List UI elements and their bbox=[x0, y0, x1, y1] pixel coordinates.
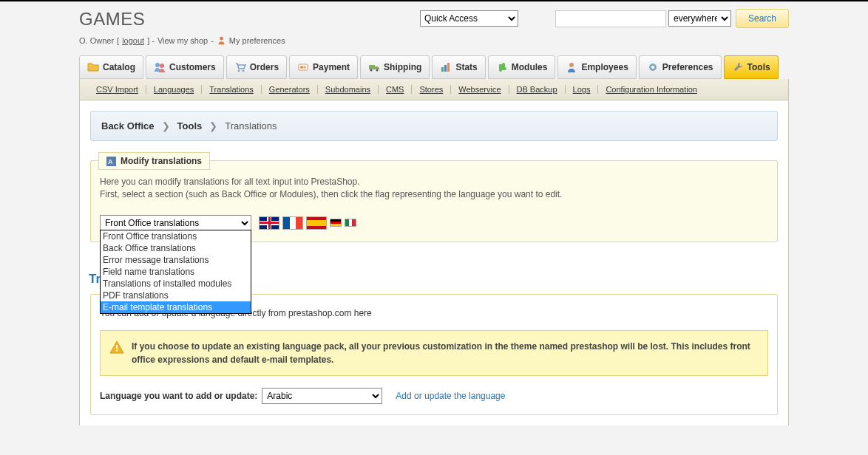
svg-point-9 bbox=[376, 69, 379, 72]
tab-catalog[interactable]: Catalog bbox=[79, 55, 143, 79]
flag-de-icon[interactable] bbox=[330, 219, 342, 227]
tab-customers[interactable]: Customers bbox=[146, 55, 224, 79]
svg-rect-10 bbox=[441, 67, 444, 72]
quick-access-select[interactable]: Quick Access bbox=[420, 10, 518, 27]
svg-point-2 bbox=[160, 64, 164, 68]
truck-icon bbox=[368, 61, 380, 73]
svg-rect-18 bbox=[116, 345, 118, 349]
dropdown-option[interactable]: E-mail template translations bbox=[101, 301, 251, 313]
modify-desc-2: First, select a section (such as Back Of… bbox=[100, 188, 768, 201]
translation-type-dropdown: Front Office translations Back Office tr… bbox=[100, 230, 251, 314]
dropdown-option[interactable]: Error message translations bbox=[101, 254, 251, 266]
flag-es-icon[interactable] bbox=[306, 216, 327, 230]
breadcrumb: Back Office ❯ Tools ❯ Translations bbox=[90, 111, 778, 141]
employee-icon bbox=[566, 61, 577, 73]
flag-fr-icon[interactable] bbox=[282, 216, 303, 230]
tab-preferences[interactable]: Preferences bbox=[639, 55, 722, 79]
dropdown-option[interactable]: Back Office translations bbox=[101, 242, 251, 254]
add-update-language-link[interactable]: Add or update the language bbox=[396, 391, 505, 401]
gear-icon bbox=[647, 61, 659, 73]
tab-shipping[interactable]: Shipping bbox=[360, 55, 430, 79]
svg-point-4 bbox=[242, 70, 244, 72]
cart-icon bbox=[234, 61, 246, 73]
dropdown-option[interactable]: PDF translations bbox=[101, 290, 251, 301]
search-input[interactable] bbox=[555, 10, 666, 27]
subnav: CSV Import Languages Translations Genera… bbox=[89, 85, 779, 94]
svg-rect-19 bbox=[116, 349, 118, 351]
svg-point-1 bbox=[155, 63, 160, 67]
warning-text: If you choose to update an existing lang… bbox=[132, 340, 759, 366]
tab-employees[interactable]: Employees bbox=[557, 55, 636, 79]
owner-line: O. Owner [ logout ] - View my shop - My … bbox=[79, 35, 789, 45]
user-pref-icon bbox=[217, 35, 226, 45]
search-button[interactable]: Search bbox=[736, 9, 789, 28]
logout-link[interactable]: logout bbox=[122, 36, 144, 45]
tab-orders[interactable]: Orders bbox=[226, 55, 287, 79]
flag-it-icon[interactable] bbox=[345, 219, 356, 227]
site-title: GAMES bbox=[79, 9, 145, 30]
my-preferences-link[interactable]: My preferences bbox=[229, 36, 285, 45]
breadcrumb-back-office[interactable]: Back Office bbox=[101, 120, 155, 131]
tab-tools[interactable]: Tools bbox=[724, 55, 779, 79]
users-icon bbox=[154, 61, 166, 73]
svg-point-6 bbox=[300, 66, 303, 69]
owner-name: O. Owner bbox=[79, 36, 114, 45]
dropdown-option[interactable]: Field name translations bbox=[101, 266, 251, 278]
flag-en-icon[interactable] bbox=[259, 216, 279, 230]
subnav-db-backup[interactable]: DB Backup bbox=[509, 85, 566, 94]
modify-translations-panel: A Modify translations Here you can modif… bbox=[90, 160, 778, 242]
chevron-right-icon: ❯ bbox=[162, 120, 170, 131]
language-flags bbox=[259, 216, 356, 230]
svg-point-7 bbox=[303, 66, 306, 69]
chevron-right-icon: ❯ bbox=[209, 120, 217, 131]
translate-icon: A bbox=[106, 157, 116, 166]
svg-point-3 bbox=[237, 70, 240, 72]
subnav-stores[interactable]: Stores bbox=[412, 85, 451, 94]
payment-icon bbox=[297, 61, 309, 73]
subnav-languages[interactable]: Languages bbox=[146, 85, 202, 94]
tab-payment[interactable]: Payment bbox=[289, 55, 358, 79]
svg-point-13 bbox=[569, 63, 574, 67]
subnav-logs[interactable]: Logs bbox=[566, 85, 599, 94]
subnav-translations[interactable]: Translations bbox=[202, 85, 262, 94]
warning-box: If you choose to update an existing lang… bbox=[100, 330, 768, 376]
add-lang-select[interactable]: Arabic bbox=[262, 388, 382, 404]
modify-desc-1: Here you can modify translations for all… bbox=[100, 176, 768, 188]
subnav-subdomains[interactable]: Subdomains bbox=[318, 85, 379, 94]
breadcrumb-translations: Translations bbox=[225, 120, 277, 131]
wrench-icon bbox=[732, 61, 744, 73]
svg-text:A: A bbox=[108, 158, 113, 165]
translation-type-select[interactable]: Front Office translations bbox=[100, 215, 251, 231]
stats-icon bbox=[440, 61, 452, 73]
breadcrumb-tools[interactable]: Tools bbox=[177, 120, 203, 131]
svg-rect-12 bbox=[447, 63, 450, 72]
search-scope-select[interactable]: everywhere bbox=[668, 10, 731, 27]
panel-legend: A Modify translations bbox=[98, 152, 210, 170]
tab-modules[interactable]: Modules bbox=[488, 55, 556, 79]
subnav-generators[interactable]: Generators bbox=[262, 85, 318, 94]
svg-rect-11 bbox=[444, 65, 447, 72]
tab-stats[interactable]: Stats bbox=[432, 55, 485, 79]
subnav-config-info[interactable]: Configuration Information bbox=[598, 85, 705, 94]
folder-icon bbox=[87, 61, 99, 73]
subnav-cms[interactable]: CMS bbox=[379, 85, 412, 94]
svg-point-8 bbox=[370, 69, 373, 72]
dropdown-option[interactable]: Front Office translations bbox=[101, 230, 251, 242]
add-lang-label: Language you want to add or update: bbox=[100, 391, 257, 401]
subnav-csv-import[interactable]: CSV Import bbox=[89, 85, 146, 94]
search-area: everywhere Search bbox=[555, 9, 789, 28]
subnav-webservice[interactable]: Webservice bbox=[451, 85, 509, 94]
dropdown-option[interactable]: Translations of installed modules bbox=[101, 278, 251, 290]
quick-access: Quick Access bbox=[420, 10, 518, 27]
warning-icon bbox=[109, 341, 124, 354]
svg-point-0 bbox=[220, 37, 223, 41]
puzzle-icon bbox=[496, 61, 508, 73]
main-nav: Catalog Customers Orders Payment Shippin… bbox=[79, 55, 789, 79]
svg-point-15 bbox=[651, 66, 654, 69]
view-shop-link[interactable]: View my shop bbox=[157, 36, 208, 45]
